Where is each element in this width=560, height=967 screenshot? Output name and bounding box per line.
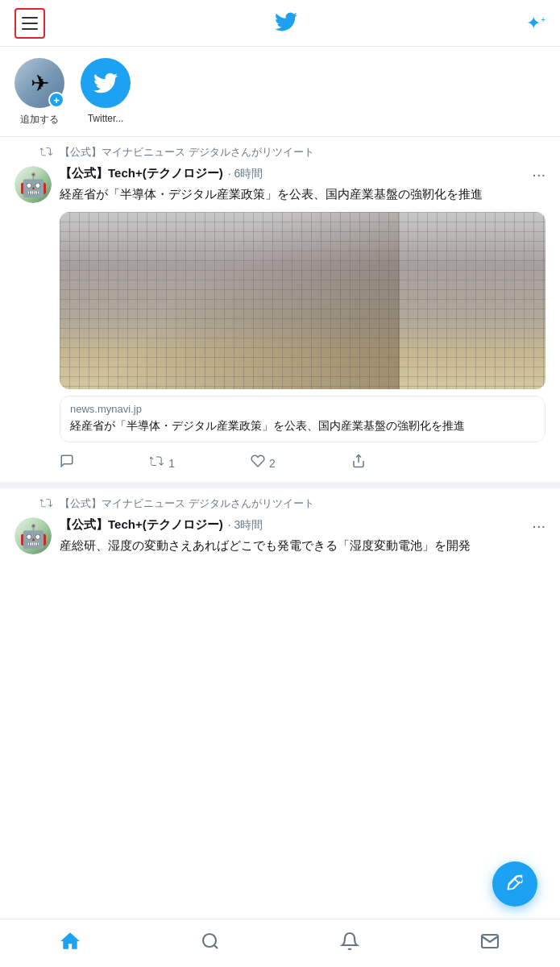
app-header: ✦+ (0, 0, 560, 47)
comment-icon (60, 454, 74, 472)
tweet-avatar-2[interactable]: 🤖 (15, 517, 52, 554)
retweet-action-icon (150, 454, 164, 471)
tweet-header-2: 【公式】Tech+(テクノロジー) · 3時間 ··· (60, 517, 545, 533)
tweet-time-1: · 6時間 (228, 167, 263, 181)
tweet-meta-1: 【公式】Tech+(テクノロジー) · 6時間 (60, 166, 263, 181)
retweet-notice-text: 【公式】マイナビニュース デジタルさんがリツイート (60, 145, 314, 160)
add-account-label: 追加する (20, 113, 59, 127)
tweet-author-2[interactable]: 【公式】Tech+(テクノロジー) (60, 517, 223, 533)
tweet-time-2: · 3時間 (228, 518, 263, 533)
tweet-body-2: 🤖 【公式】Tech+(テクノロジー) · 3時間 ··· 産総研、湿度の変動さ… (0, 514, 560, 571)
nav-notifications[interactable] (330, 923, 370, 964)
tweet-avatar-1[interactable]: 🤖 (15, 166, 52, 203)
like-count-1: 2 (269, 457, 276, 470)
tweet-author-1[interactable]: 【公式】Tech+(テクノロジー) (60, 166, 223, 181)
hamburger-icon (22, 17, 38, 30)
tweet-item-2: 【公式】マイナビニュース デジタルさんがリツイート 🤖 【公式】Tech+(テク… (0, 488, 560, 571)
sparkle-button[interactable]: ✦+ (526, 13, 545, 34)
link-domain-1: news.mynavi.jp (60, 396, 545, 417)
tweet-content-1: 【公式】Tech+(テクノロジー) · 6時間 ··· 経産省が「半導体・デジタ… (60, 166, 545, 474)
nav-messages[interactable] (470, 923, 510, 964)
retweet-notice-1: 【公式】マイナビニュース デジタルさんがリツイート (0, 137, 560, 163)
retweet-button-1[interactable]: 1 (150, 454, 175, 471)
story-item-twitter[interactable]: Twitter... (81, 58, 131, 124)
retweet-icon (40, 146, 53, 160)
retweet-icon-2 (40, 497, 53, 511)
tweet-actions-1: 1 2 (60, 449, 366, 474)
retweet-count-1: 1 (168, 457, 175, 470)
add-badge: + (48, 92, 64, 108)
share-icon (351, 454, 366, 472)
tweet-body-1: 🤖 【公式】Tech+(テクノロジー) · 6時間 ··· 経産省が「半導体・デ… (0, 163, 560, 482)
svg-line-2 (214, 944, 217, 948)
stories-row: ✈ + 追加する Twitter... (0, 47, 560, 137)
bottom-navigation (0, 919, 560, 967)
like-icon (251, 454, 265, 472)
twitter-account-label: Twitter... (88, 113, 124, 124)
nav-home[interactable] (50, 923, 90, 964)
link-title-1: 経産省が「半導体・デジタル産業政策」を公表、国内産業基盤の強靭化を推進 (60, 417, 545, 442)
bell-icon (340, 932, 359, 956)
story-item-add[interactable]: ✈ + 追加する (15, 58, 64, 127)
tweet-content-2: 【公式】Tech+(テクノロジー) · 3時間 ··· 産総研、湿度の変動さえあ… (60, 517, 545, 563)
tweet-more-2[interactable]: ··· (532, 517, 545, 533)
tweet-text-1: 経産省が「半導体・デジタル産業政策」を公表、国内産業基盤の強靭化を推進 (60, 185, 545, 204)
svg-point-1 (203, 934, 216, 947)
tweet-image-1 (60, 212, 545, 389)
retweet-notice-text-2: 【公式】マイナビニュース デジタルさんがリツイート (60, 496, 314, 511)
tweet-more-1[interactable]: ··· (532, 166, 545, 182)
tweet-text-2: 産総研、湿度の変動さえあればどこでも発電できる「湿度変動電池」を開発 (60, 537, 545, 555)
tweet-meta-2: 【公式】Tech+(テクノロジー) · 3時間 (60, 517, 263, 533)
menu-button[interactable] (15, 8, 45, 39)
nav-search[interactable] (190, 923, 230, 964)
tweet-header-1: 【公式】Tech+(テクノロジー) · 6時間 ··· (60, 166, 545, 182)
twitter-logo (272, 10, 300, 36)
share-button-1[interactable] (351, 454, 366, 472)
mail-icon (480, 932, 500, 956)
retweet-notice-2: 【公式】マイナビニュース デジタルさんがリツイート (0, 488, 560, 514)
tweet-item-1: 【公式】マイナビニュース デジタルさんがリツイート 🤖 【公式】Tech+(テク… (0, 137, 560, 488)
search-icon (201, 932, 220, 956)
link-card-1[interactable]: news.mynavi.jp 経産省が「半導体・デジタル産業政策」を公表、国内産… (60, 396, 545, 443)
like-button-1[interactable]: 2 (251, 454, 276, 472)
home-icon (60, 931, 81, 957)
twitter-account-avatar (81, 58, 131, 108)
comment-button-1[interactable] (60, 454, 74, 472)
compose-button[interactable] (492, 861, 537, 907)
